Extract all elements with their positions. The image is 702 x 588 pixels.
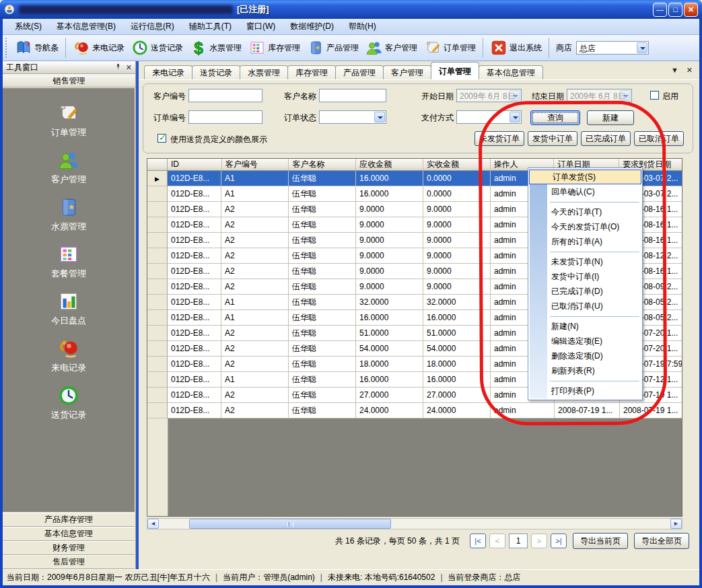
row-selector-cell[interactable]: [147, 171, 168, 186]
export-all-pages-button[interactable]: 导出全部页: [634, 533, 689, 549]
document-tab[interactable]: 客户管理: [383, 65, 431, 79]
menu-bar-item[interactable]: 数据维护(D): [283, 19, 341, 34]
row-selector-cell[interactable]: [147, 202, 168, 217]
document-tab[interactable]: 产品管理: [335, 65, 384, 79]
pin-icon[interactable]: [114, 63, 122, 72]
toolbar-button[interactable]: 导航条: [12, 38, 61, 58]
context-menu-item[interactable]: 已取消订单(U): [528, 299, 642, 314]
close-icon[interactable]: ✕: [126, 63, 132, 71]
order-status-filter-button[interactable]: 未发货订单: [475, 131, 524, 146]
context-menu-item[interactable]: 订单发货(S): [529, 170, 641, 184]
menu-bar-item[interactable]: 窗口(W): [240, 19, 282, 34]
chevron-down-icon[interactable]: [637, 42, 647, 53]
menu-bar-item[interactable]: 辅助工具(T): [182, 19, 238, 34]
row-selector-cell[interactable]: [147, 295, 168, 310]
query-button[interactable]: 查询: [530, 110, 580, 125]
next-page-button[interactable]: >: [531, 534, 547, 548]
context-menu-item[interactable]: [528, 199, 642, 205]
end-date-picker[interactable]: 2009年 6月 8日: [567, 89, 632, 102]
row-selector-cell[interactable]: [147, 233, 168, 248]
context-menu-item[interactable]: [528, 314, 642, 319]
last-page-button[interactable]: >|: [551, 534, 567, 548]
context-menu-item[interactable]: 所有的订单(A): [528, 234, 642, 249]
tab-close-icon[interactable]: ✕: [687, 66, 693, 74]
menu-bar-item[interactable]: 帮助(H): [342, 19, 383, 34]
toolbar-button[interactable]: 客户管理: [363, 38, 420, 58]
row-selector-cell[interactable]: [147, 248, 168, 264]
row-selector-cell[interactable]: [147, 372, 168, 388]
menu-bar-item[interactable]: 基本信息管理(B): [50, 19, 122, 34]
context-menu-item[interactable]: 刷新列表(R): [528, 363, 642, 378]
chevron-down-icon[interactable]: [374, 112, 385, 122]
sidebar-group-button[interactable]: 基本信息管理: [3, 527, 135, 541]
sidebar-item[interactable]: 订单管理: [51, 102, 86, 139]
row-selector-cell[interactable]: [147, 264, 168, 279]
scroll-right-icon[interactable]: ►: [670, 519, 682, 529]
sidebar-item[interactable]: 客户管理: [51, 149, 86, 186]
sidebar-item[interactable]: 今日盘点: [51, 290, 86, 327]
context-menu-item[interactable]: 删除选定项(D): [528, 348, 642, 363]
close-button[interactable]: ✕: [684, 3, 698, 17]
context-menu-item[interactable]: [528, 249, 642, 254]
sidebar-group-button[interactable]: 财务管理: [3, 541, 135, 555]
document-tab[interactable]: 来电记录: [144, 65, 192, 79]
toolbar-button[interactable]: 送货记录: [129, 38, 186, 58]
minimize-button[interactable]: —: [653, 3, 667, 17]
document-tab[interactable]: 订单管理: [431, 62, 479, 79]
column-header[interactable]: 应收金额: [355, 159, 423, 170]
customer-name-input[interactable]: [319, 89, 386, 102]
order-status-filter-button[interactable]: 已取消订单: [634, 131, 684, 146]
shop-select[interactable]: 总店: [576, 41, 649, 54]
context-menu-item[interactable]: 编辑选定项(E): [528, 334, 642, 348]
customer-no-input[interactable]: [188, 89, 262, 102]
menu-bar-item[interactable]: 系统(S): [8, 19, 48, 34]
toolbar-button[interactable]: 产品管理: [304, 38, 361, 58]
courier-color-checkbox[interactable]: [157, 134, 166, 143]
row-selector-cell[interactable]: [147, 341, 168, 357]
sidebar-group-sales[interactable]: 销售管理: [3, 74, 135, 87]
toolbar-button[interactable]: 订单管理: [421, 38, 479, 58]
sidebar-item[interactable]: 水票管理: [51, 196, 86, 233]
tab-list-dropdown-icon[interactable]: ▼: [671, 66, 678, 74]
column-header[interactable]: 实收金额: [423, 159, 490, 170]
sidebar-group-button[interactable]: 产品库存管理: [3, 513, 135, 527]
column-header[interactable]: 客户名称: [288, 159, 355, 170]
new-button[interactable]: 新建: [587, 110, 634, 125]
enable-date-checkbox[interactable]: [650, 91, 659, 100]
row-selector-cell[interactable]: [147, 357, 168, 372]
context-menu-item[interactable]: 回单确认(C): [528, 184, 642, 199]
exit-system-button[interactable]: 退出系统: [487, 38, 545, 58]
horizontal-scrollbar[interactable]: ◄ ►: [147, 518, 682, 529]
context-menu-item[interactable]: 已完成订单(D): [528, 284, 642, 299]
row-selector-cell[interactable]: [147, 403, 168, 418]
document-tab[interactable]: 水票管理: [240, 65, 288, 79]
document-tab[interactable]: 库存管理: [287, 65, 336, 79]
payment-method-select[interactable]: [456, 110, 522, 124]
toolbar-button[interactable]: 来电记录: [70, 38, 127, 58]
context-menu-item[interactable]: 今天的订单(T): [528, 205, 642, 219]
page-number-input[interactable]: [509, 534, 528, 548]
context-menu-item[interactable]: 未发货订单(N): [528, 254, 642, 269]
sidebar-item[interactable]: 来电记录: [51, 337, 86, 374]
order-status-filter-button[interactable]: 已完成订单: [581, 131, 631, 146]
context-menu-item[interactable]: 打印列表(P): [528, 383, 642, 398]
context-menu-item[interactable]: 今天的发货订单(O): [528, 219, 642, 234]
row-selector-cell[interactable]: [147, 186, 168, 202]
menu-bar-item[interactable]: 运行信息(R): [124, 19, 181, 34]
order-status-filter-button[interactable]: 发货中订单: [528, 131, 577, 146]
scroll-left-icon[interactable]: ◄: [147, 519, 159, 529]
toolbar-grip[interactable]: [5, 38, 9, 58]
column-header[interactable]: ID: [168, 159, 221, 170]
row-selector-cell[interactable]: [147, 388, 168, 403]
export-current-page-button[interactable]: 导出当前页: [573, 533, 628, 549]
column-header[interactable]: 客户编号: [221, 159, 289, 170]
chevron-down-icon[interactable]: [510, 112, 520, 122]
row-selector-cell[interactable]: [147, 217, 168, 233]
document-tab[interactable]: 基本信息管理: [479, 65, 543, 79]
first-page-button[interactable]: |<: [470, 534, 486, 548]
sidebar-item[interactable]: 套餐管理: [51, 243, 86, 280]
order-no-input[interactable]: [188, 110, 262, 124]
table-row[interactable]: 012D-E8... A2 伍华聪 24.0000 24.0000 admin …: [147, 403, 682, 418]
toolbar-button[interactable]: 库存管理: [246, 38, 303, 58]
row-selector-cell[interactable]: [147, 310, 168, 326]
